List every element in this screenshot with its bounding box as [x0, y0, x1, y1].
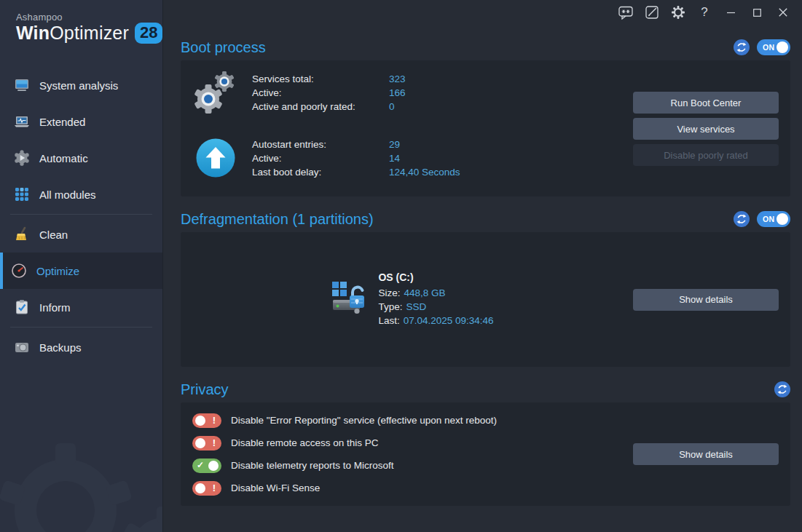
sidebar-item-label: Optimize	[36, 265, 79, 277]
notes-icon[interactable]	[639, 1, 665, 23]
brand-company: Ashampoo	[16, 12, 162, 23]
privacy-refresh-icon[interactable]	[774, 381, 790, 397]
sidebar-item-all-modules[interactable]: All modules	[0, 176, 162, 213]
error-reporting-toggle[interactable]: !	[192, 413, 221, 428]
app-logo: Ashampoo WinOptimizer 28	[0, 0, 162, 63]
auto-gear-play-icon	[14, 150, 30, 166]
warning-icon: !	[213, 437, 216, 448]
defrag-section-title: Defragmentation (1 partitions)	[181, 211, 374, 228]
sidebar-item-clean[interactable]: Clean	[0, 216, 162, 253]
remote-access-toggle[interactable]: !	[192, 436, 221, 450]
disable-poorly-rated-button: Disable poorly rated	[633, 144, 779, 166]
boot-on-toggle[interactable]: ON	[757, 39, 790, 55]
privacy-row: ! Disable "Error Reporting" service (eff…	[192, 409, 779, 432]
defrag-section-header: Defragmentation (1 partitions) ON	[181, 206, 790, 232]
laptop-pulse-icon	[14, 114, 30, 130]
drive-name: OS (C:)	[378, 271, 493, 286]
stat-label: Autostart entries:	[252, 139, 389, 150]
drive-row-label: Type:	[378, 301, 402, 312]
boot-section-title: Boot process	[181, 39, 266, 56]
sidebar-nav: System analysis Extended	[0, 67, 162, 365]
sidebar-item-system-analysis[interactable]: System analysis	[0, 67, 162, 103]
stat-value: 0	[389, 101, 395, 112]
sidebar: Ashampoo WinOptimizer 28 System analysis	[0, 0, 163, 532]
stat-value: 29	[389, 139, 400, 150]
sidebar-item-label: Inform	[39, 301, 71, 314]
warning-icon: !	[213, 415, 216, 426]
privacy-row-label: Disable remote access on this PC	[231, 437, 379, 448]
sidebar-item-label: Clean	[39, 229, 68, 241]
boot-on-toggle-label: ON	[763, 43, 774, 52]
privacy-row-label: Disable telemetry reports to Microsoft	[231, 460, 394, 471]
clipboard-check-icon	[14, 299, 30, 315]
close-icon[interactable]	[770, 1, 796, 23]
sidebar-item-automatic[interactable]: Automatic	[0, 140, 162, 176]
version-badge: 28	[135, 23, 162, 44]
stat-row: Autostart entries: 29	[252, 138, 460, 151]
privacy-show-details-button[interactable]: Show details	[633, 443, 779, 465]
telemetry-toggle[interactable]: ✓	[192, 458, 221, 473]
drive-row-label: Size:	[378, 287, 400, 298]
drive-row-value: SSD	[406, 301, 426, 312]
drive-lock-icon	[331, 281, 368, 318]
toggle-knob	[208, 461, 219, 471]
privacy-section-title: Privacy	[181, 381, 229, 398]
drive-row-label: Last:	[378, 315, 399, 326]
defrag-refresh-icon[interactable]	[734, 211, 750, 227]
privacy-card: ! Disable "Error Reporting" service (eff…	[181, 402, 790, 506]
privacy-section-header: Privacy	[181, 376, 790, 402]
toggle-knob	[777, 41, 788, 53]
defrag-show-details-button[interactable]: Show details	[633, 289, 779, 311]
grid-icon	[14, 186, 30, 202]
sidebar-divider	[10, 327, 152, 327]
backup-camera-icon	[14, 339, 30, 355]
stat-value: 124,40 Seconds	[389, 167, 460, 178]
stat-value: 323	[389, 74, 406, 84]
brand-name: WinOptimizer	[16, 23, 129, 44]
autostart-up-arrow-icon	[192, 135, 239, 181]
privacy-row-label: Disable "Error Reporting" service (effec…	[231, 415, 497, 426]
minimize-icon[interactable]	[718, 1, 744, 23]
run-boot-center-button[interactable]: Run Boot Center	[633, 92, 779, 114]
services-stat-group: Services total: 323 Active: 166 Active a…	[192, 69, 633, 116]
feedback-icon[interactable]	[613, 1, 639, 23]
stat-row: Active and poorly rated: 0	[252, 100, 406, 114]
wifi-sense-toggle[interactable]: !	[192, 481, 221, 496]
settings-gear-icon[interactable]	[665, 1, 691, 23]
sidebar-divider	[10, 214, 152, 215]
main-content: Boot process ON	[181, 25, 790, 506]
sidebar-item-optimize[interactable]: Optimize	[0, 253, 162, 289]
drive-row-value: 07.04.2025 09:34:46	[404, 315, 494, 326]
autostart-stat-group: Autostart entries: 29 Active: 14 Last bo…	[192, 135, 633, 181]
toggle-knob	[195, 438, 205, 448]
broom-icon	[14, 226, 30, 242]
stat-row: Active: 14	[252, 151, 460, 165]
drive-row-value: 448,8 GB	[404, 287, 445, 298]
defrag-on-toggle[interactable]: ON	[757, 211, 790, 227]
privacy-row-label: Disable Wi-Fi Sense	[231, 483, 320, 493]
toggle-knob	[195, 483, 205, 493]
sidebar-item-backups[interactable]: Backups	[0, 329, 162, 365]
view-services-button[interactable]: View services	[633, 118, 779, 140]
maximize-icon[interactable]	[744, 1, 770, 23]
boot-card: Services total: 323 Active: 166 Active a…	[181, 60, 790, 196]
stat-row: Last boot delay: 124,40 Seconds	[252, 165, 460, 179]
stat-label: Active:	[252, 153, 389, 164]
stat-label: Active and poorly rated:	[252, 101, 389, 112]
stat-value: 166	[389, 87, 406, 98]
sidebar-item-inform[interactable]: Inform	[0, 289, 162, 325]
drive-row: Last: 07.04.2025 09:34:46	[378, 314, 493, 327]
stat-row: Active: 166	[252, 86, 406, 100]
drive-row: Size: 448,8 GB	[378, 286, 493, 300]
brand-name-light: Optimizer	[50, 23, 129, 43]
stat-row: Services total: 323	[252, 72, 406, 86]
winoptimizer-window: Ashampoo WinOptimizer 28 System analysis	[0, 0, 802, 532]
sidebar-item-extended[interactable]: Extended	[0, 103, 162, 140]
boot-refresh-icon[interactable]	[734, 39, 750, 55]
gears-icon	[192, 69, 239, 116]
drive-summary: OS (C:) Size: 448,8 GB Type: SSD Last: 0…	[331, 271, 493, 327]
privacy-row: ! Disable Wi-Fi Sense	[192, 477, 779, 499]
help-icon[interactable]: ?	[691, 1, 718, 23]
sidebar-item-label: Automatic	[39, 152, 88, 164]
brand-name-bold: Win	[16, 23, 50, 43]
